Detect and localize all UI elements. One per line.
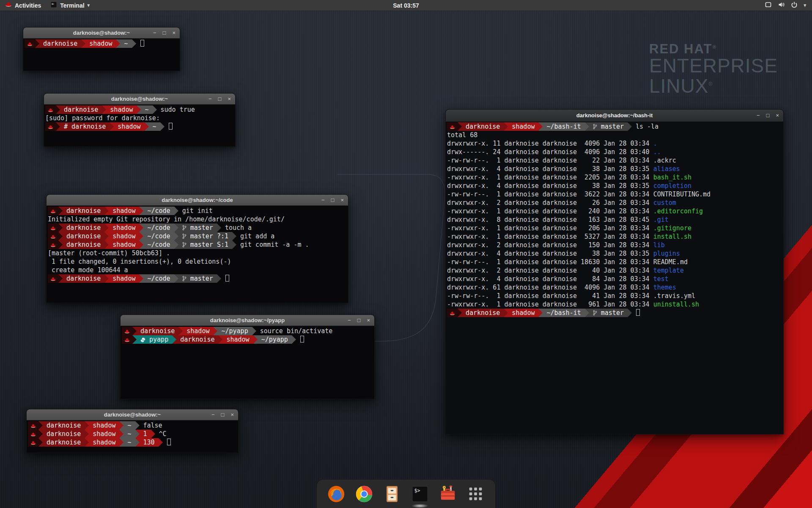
redhat-icon xyxy=(48,240,58,249)
dock-app-grid-icon[interactable] xyxy=(466,484,486,504)
titlebar[interactable]: darknoise@shadow:~ −□× xyxy=(23,28,180,39)
terminal-cursor xyxy=(167,439,171,445)
prompt-segment-venv: pyapp xyxy=(137,335,172,344)
powerline-arrow-icon xyxy=(253,335,258,344)
minimize-button[interactable]: − xyxy=(321,197,325,203)
terminal-content[interactable]: darknoiseshadow~sudo true[sudo] password… xyxy=(44,105,235,146)
system-status-area[interactable]: ▾ xyxy=(761,0,809,11)
prompt-segment-user: darknoise xyxy=(63,232,104,240)
terminal-line: darknoiseshadow~false xyxy=(28,421,238,430)
command-text: git commit -a -m . xyxy=(236,241,309,248)
maximize-button[interactable]: □ xyxy=(218,96,222,102)
terminal-window-home-1[interactable]: darknoise@shadow:~ −□× darknoiseshadow~ xyxy=(23,27,180,71)
dock-toolbox-icon[interactable] xyxy=(438,484,458,504)
minimize-button[interactable]: − xyxy=(208,96,212,102)
redhat-icon xyxy=(122,335,132,344)
prompt-segment-git: master xyxy=(178,274,217,283)
terminal-content[interactable]: darknoiseshadow~falsedarknoiseshadow~1^C… xyxy=(27,420,238,453)
powerline-arrow-icon xyxy=(58,240,63,249)
prompt-segment-host: shadow xyxy=(109,232,139,240)
powerline-arrow-icon xyxy=(172,335,176,344)
minimize-button[interactable]: − xyxy=(348,318,351,323)
prompt-segment-user: darknoise xyxy=(63,274,104,283)
terminal-window-code[interactable]: darknoise@shadow:~/code −□× darknoisesha… xyxy=(46,194,348,303)
maximize-button[interactable]: □ xyxy=(221,412,225,417)
close-button[interactable]: × xyxy=(172,30,176,36)
terminal-line: darknoiseshadow~sudo true xyxy=(45,105,235,114)
terminal-line: drwxrwxr-x. 61 darknoise darknoise 4096 … xyxy=(447,283,783,292)
terminal-content[interactable]: darknoiseshadow~/bash-it masterls -latot… xyxy=(446,121,783,434)
dock-firefox-icon[interactable] xyxy=(326,484,346,504)
terminal-line: darknoiseshadow~/bash-it master xyxy=(447,309,783,317)
redhat-icon xyxy=(48,274,58,283)
maximize-button[interactable]: □ xyxy=(331,197,335,203)
powerline-arrow-icon xyxy=(139,274,143,283)
maximize-button[interactable]: □ xyxy=(766,113,770,118)
powerline-arrow-icon xyxy=(116,39,120,48)
powerline-arrow-icon xyxy=(85,421,89,430)
titlebar[interactable]: darknoise@shadow:~/code −□× xyxy=(47,195,348,206)
caret-down-icon: ▾ xyxy=(804,3,806,8)
close-button[interactable]: × xyxy=(776,113,779,118)
powerline-arrow-icon xyxy=(119,421,123,430)
terminal-window-pyapp[interactable]: darknoise@shadow:~/pyapp −□× darknoisesh… xyxy=(120,315,375,399)
prompt-segment-path: ~/code xyxy=(143,240,174,249)
terminal-window-sudo[interactable]: darknoise@shadow:~ −□× darknoiseshadow~s… xyxy=(44,93,236,147)
close-button[interactable]: × xyxy=(230,412,234,417)
powerline-arrow-icon xyxy=(132,39,136,48)
minimize-button[interactable]: − xyxy=(757,113,760,118)
redhat-icon xyxy=(48,207,58,215)
powerline-arrow-icon xyxy=(174,224,178,232)
dock: $> xyxy=(316,479,496,508)
dock-terminal-icon[interactable]: $> xyxy=(410,484,430,504)
powerline-arrow-icon xyxy=(538,122,543,131)
prompt-segment-host: shadow xyxy=(109,224,139,232)
activities-button[interactable]: Activities xyxy=(0,0,46,11)
powerline-arrow-icon xyxy=(628,309,632,317)
minimize-button[interactable]: − xyxy=(211,412,215,417)
prompt-segment-path: ~ xyxy=(141,105,152,114)
terminal-line: -rw-rw-r--. 1 darknoise darknoise 22 Jan… xyxy=(447,156,783,165)
titlebar[interactable]: darknoise@shadow:~ −□× xyxy=(27,409,238,420)
prompt-segment-host: shadow xyxy=(114,122,144,131)
app-menu-terminal[interactable]: $> Terminal ▾ xyxy=(46,0,94,11)
prompt-segment-user: darknoise xyxy=(60,105,102,114)
close-button[interactable]: × xyxy=(340,197,344,203)
prompt-segment-host: shadow xyxy=(508,309,538,317)
terminal-mini-icon: $> xyxy=(50,1,57,9)
titlebar[interactable]: darknoise@shadow:~/bash-it −□× xyxy=(446,110,783,121)
maximize-button[interactable]: □ xyxy=(163,30,166,36)
prompt-segment-path: ~/code xyxy=(143,224,174,232)
titlebar[interactable]: darknoise@shadow:~ −□× xyxy=(44,94,235,105)
powerline-arrow-icon xyxy=(213,327,217,335)
terminal-line: darknoiseshadow~/code mastertouch a xyxy=(48,224,348,232)
close-button[interactable]: × xyxy=(228,96,231,102)
titlebar[interactable]: darknoise@shadow:~/pyapp −□× xyxy=(121,315,374,326)
terminal-content[interactable]: darknoiseshadow~ xyxy=(23,39,180,71)
powerline-arrow-icon xyxy=(217,274,221,283)
prompt-segment-path: ~/code xyxy=(143,232,174,240)
powerline-arrow-icon xyxy=(504,309,508,317)
maximize-button[interactable]: □ xyxy=(357,318,361,323)
command-text: false xyxy=(140,422,162,429)
prompt-segment-host: shadow xyxy=(508,122,538,131)
clock[interactable]: Sat 03:57 xyxy=(393,2,419,9)
terminal-line: darknoiseshadow~130 xyxy=(28,438,238,447)
prompt-segment-path: ~/bash-it xyxy=(543,122,584,131)
terminal-content[interactable]: darknoiseshadow~/codegit initInitialized… xyxy=(47,206,348,303)
redhat-icon xyxy=(447,309,458,317)
powerline-arrow-icon xyxy=(38,430,43,438)
dock-files-icon[interactable] xyxy=(382,484,402,504)
terminal-window-bash-it[interactable]: darknoise@shadow:~/bash-it −□× darknoise… xyxy=(445,109,784,434)
terminal-window-home-2[interactable]: darknoise@shadow:~ −□× darknoiseshadow~f… xyxy=(26,409,239,453)
terminal-line: drwxrwxr-x. 4 darknoise darknoise 38 Jan… xyxy=(447,182,783,190)
dock-chrome-icon[interactable] xyxy=(354,484,374,504)
powerline-arrow-icon xyxy=(137,105,141,114)
terminal-line: -rw-rw-r--. 1 darknoise darknoise 3622 J… xyxy=(447,190,783,199)
close-button[interactable]: × xyxy=(367,318,370,323)
minimize-button[interactable]: − xyxy=(153,30,156,36)
command-text: sudo true xyxy=(157,106,195,113)
terminal-content[interactable]: darknoiseshadow~/pyappsource bin/activat… xyxy=(121,326,374,399)
prompt-segment-host: shadow xyxy=(106,105,137,114)
powerline-arrow-icon xyxy=(135,421,140,430)
